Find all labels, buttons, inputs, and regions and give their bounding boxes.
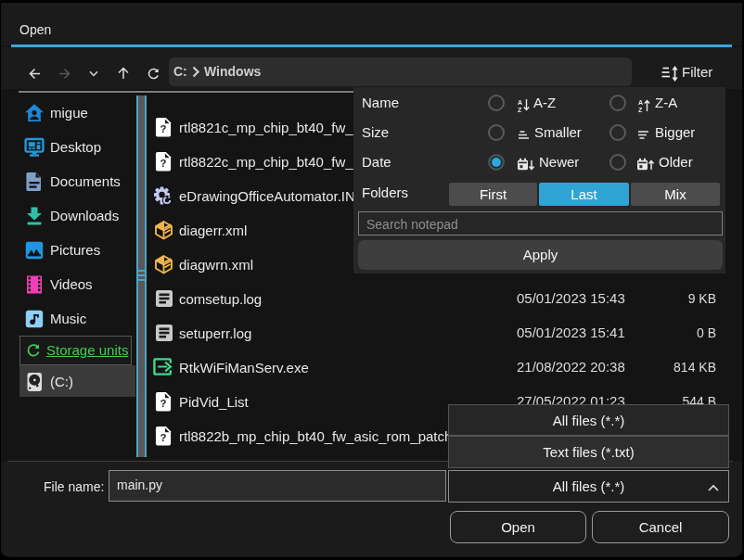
svg-text:A: A [518,99,522,106]
svg-text:A: A [638,99,643,106]
svg-text:Z: Z [518,107,522,113]
svg-text:Z: Z [638,107,643,113]
